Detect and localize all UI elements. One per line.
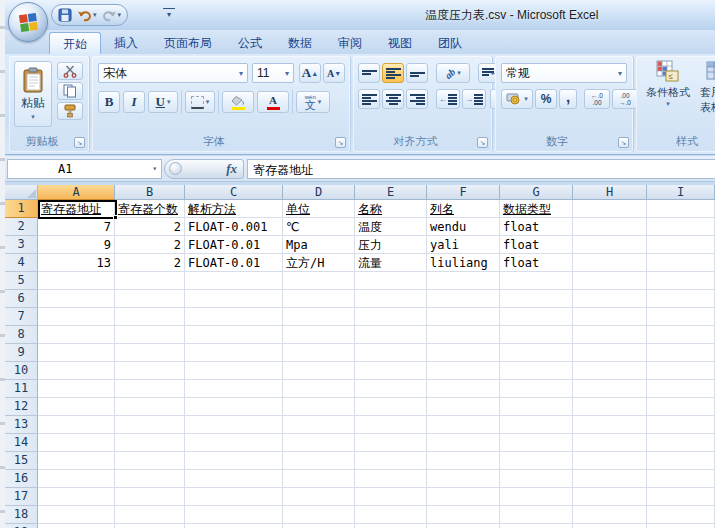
font-size-combobox[interactable]: 11 ▾	[252, 63, 294, 83]
cell-F7[interactable]	[427, 308, 500, 326]
cell-D5[interactable]	[283, 272, 355, 290]
cell-F19[interactable]	[427, 524, 500, 528]
cell-E15[interactable]	[355, 452, 427, 470]
cell-F2[interactable]: wendu	[427, 218, 500, 236]
cell-A10[interactable]	[38, 362, 115, 380]
cell-D16[interactable]	[283, 470, 355, 488]
cell-C10[interactable]	[185, 362, 283, 380]
cell-A4[interactable]: 13	[38, 254, 115, 272]
align-middle-button[interactable]	[382, 63, 404, 83]
font-dialog-launcher[interactable]: ↘	[335, 137, 346, 148]
cell-C16[interactable]	[185, 470, 283, 488]
cell-G11[interactable]	[500, 380, 573, 398]
row-header-19[interactable]: 19	[5, 524, 38, 528]
cell-C13[interactable]	[185, 416, 283, 434]
cell-B6[interactable]	[115, 290, 185, 308]
accounting-format-button[interactable]: ▾	[501, 89, 533, 109]
row-header-1[interactable]: 1	[5, 200, 38, 218]
cell-I8[interactable]	[647, 326, 715, 344]
cut-button[interactable]	[57, 62, 83, 80]
cell-C19[interactable]	[185, 524, 283, 528]
cell-A12[interactable]	[38, 398, 115, 416]
cell-C4[interactable]: FLOAT-0.01	[185, 254, 283, 272]
tab-review[interactable]: 审阅	[325, 32, 375, 54]
row-header-13[interactable]: 13	[5, 416, 38, 434]
cell-D17[interactable]	[283, 488, 355, 506]
paste-button[interactable]: 粘贴 ▾	[14, 61, 52, 127]
column-header-B[interactable]: B	[115, 185, 185, 200]
cell-E9[interactable]	[355, 344, 427, 362]
cell-E14[interactable]	[355, 434, 427, 452]
cell-H17[interactable]	[573, 488, 647, 506]
column-header-A[interactable]: A	[38, 185, 115, 200]
cell-C12[interactable]	[185, 398, 283, 416]
font-name-dropdown-arrow[interactable]: ▾	[239, 69, 243, 78]
underline-dropdown-arrow[interactable]: ▾	[167, 98, 171, 106]
cell-B9[interactable]	[115, 344, 185, 362]
row-header-10[interactable]: 10	[5, 362, 38, 380]
cell-C11[interactable]	[185, 380, 283, 398]
cell-A6[interactable]	[38, 290, 115, 308]
cell-A17[interactable]	[38, 488, 115, 506]
cell-E4[interactable]: 流量	[355, 254, 427, 272]
cell-B7[interactable]	[115, 308, 185, 326]
row-header-5[interactable]: 5	[5, 272, 38, 290]
cell-I10[interactable]	[647, 362, 715, 380]
cell-G18[interactable]	[500, 506, 573, 524]
column-header-F[interactable]: F	[427, 185, 500, 200]
clipboard-dialog-launcher[interactable]: ↘	[74, 137, 85, 148]
cell-B15[interactable]	[115, 452, 185, 470]
grow-font-button[interactable]: A▲	[299, 63, 321, 83]
cell-B8[interactable]	[115, 326, 185, 344]
orientation-button[interactable]: ab ▾	[436, 63, 470, 83]
cell-I15[interactable]	[647, 452, 715, 470]
cell-H1[interactable]	[573, 200, 647, 218]
cell-F4[interactable]: liuliang	[427, 254, 500, 272]
cell-G6[interactable]	[500, 290, 573, 308]
cell-I6[interactable]	[647, 290, 715, 308]
cell-H4[interactable]	[573, 254, 647, 272]
cell-E10[interactable]	[355, 362, 427, 380]
cell-B18[interactable]	[115, 506, 185, 524]
font-color-button[interactable]: A	[257, 91, 289, 113]
cell-F1[interactable]: 列名	[427, 200, 500, 218]
phonetic-guide-button[interactable]: wén 文 ▾	[296, 91, 330, 113]
font-size-dropdown-arrow[interactable]: ▾	[285, 69, 289, 78]
align-right-button[interactable]	[406, 89, 428, 109]
cell-B16[interactable]	[115, 470, 185, 488]
cell-B5[interactable]	[115, 272, 185, 290]
cell-B12[interactable]	[115, 398, 185, 416]
cell-A3[interactable]: 9	[38, 236, 115, 254]
number-dialog-launcher[interactable]: ↘	[618, 137, 629, 148]
cell-I11[interactable]	[647, 380, 715, 398]
cell-H6[interactable]	[573, 290, 647, 308]
formula-bar-handle[interactable]	[169, 162, 182, 175]
accounting-dropdown-arrow[interactable]: ▾	[524, 95, 528, 103]
cell-I7[interactable]	[647, 308, 715, 326]
row-header-7[interactable]: 7	[5, 308, 38, 326]
cell-F12[interactable]	[427, 398, 500, 416]
cell-C7[interactable]	[185, 308, 283, 326]
number-format-dropdown-arrow[interactable]: ▾	[618, 69, 622, 78]
orientation-dropdown-arrow[interactable]: ▾	[457, 69, 461, 77]
column-header-G[interactable]: G	[500, 185, 573, 200]
cell-F13[interactable]	[427, 416, 500, 434]
cell-E16[interactable]	[355, 470, 427, 488]
align-bottom-button[interactable]	[406, 63, 428, 83]
cell-A7[interactable]	[38, 308, 115, 326]
row-header-14[interactable]: 14	[5, 434, 38, 452]
cell-A14[interactable]	[38, 434, 115, 452]
number-format-combobox[interactable]: 常规 ▾	[501, 63, 627, 83]
increase-decimal-button[interactable]: ←.0 .00	[584, 89, 610, 109]
cell-C9[interactable]	[185, 344, 283, 362]
cell-G12[interactable]	[500, 398, 573, 416]
cell-A16[interactable]	[38, 470, 115, 488]
cell-G1[interactable]: 数据类型	[500, 200, 573, 218]
cell-B17[interactable]	[115, 488, 185, 506]
cell-I1[interactable]	[647, 200, 715, 218]
cell-F16[interactable]	[427, 470, 500, 488]
phonetic-dropdown-arrow[interactable]: ▾	[318, 98, 322, 106]
column-header-C[interactable]: C	[185, 185, 283, 200]
cell-I2[interactable]	[647, 218, 715, 236]
cell-I19[interactable]	[647, 524, 715, 528]
